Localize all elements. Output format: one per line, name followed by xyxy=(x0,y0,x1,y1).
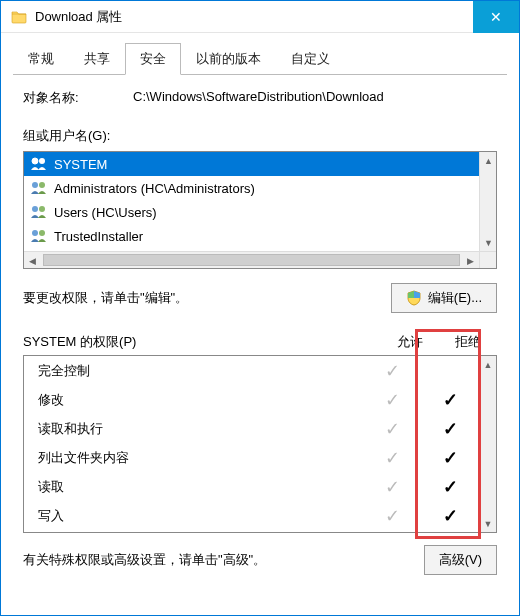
permission-row: 完全控制 ✓ xyxy=(24,356,479,385)
check-icon: ✓ xyxy=(443,448,458,468)
tab-strip: 常规 共享 安全 以前的版本 自定义 xyxy=(13,43,507,75)
permissions-for-label: SYSTEM 的权限(P) xyxy=(23,333,381,351)
allow-cell: ✓ xyxy=(363,418,421,440)
edit-button[interactable]: 编辑(E)... xyxy=(391,283,497,313)
advanced-button-label: 高级(V) xyxy=(439,551,482,569)
allow-cell: ✓ xyxy=(363,360,421,382)
scroll-track[interactable] xyxy=(480,373,496,515)
permission-row: 列出文件夹内容 ✓ ✓ xyxy=(24,443,479,472)
tab-sharing[interactable]: 共享 xyxy=(69,43,125,75)
allow-cell: ✓ xyxy=(363,476,421,498)
group-icon xyxy=(30,157,48,171)
tab-general[interactable]: 常规 xyxy=(13,43,69,75)
check-icon: ✓ xyxy=(385,390,400,410)
svg-point-3 xyxy=(39,182,45,188)
permission-name: 修改 xyxy=(38,391,363,409)
svg-point-2 xyxy=(32,182,38,188)
group-icon xyxy=(30,205,48,219)
list-item[interactable]: SYSTEM xyxy=(24,152,479,176)
list-item-label: Users (HC\Users) xyxy=(54,205,157,220)
deny-cell: ✓ xyxy=(421,389,479,411)
object-name-label: 对象名称: xyxy=(23,89,133,107)
list-item-label: TrustedInstaller xyxy=(54,229,143,244)
svg-point-6 xyxy=(32,230,38,236)
allow-cell: ✓ xyxy=(363,447,421,469)
permissions-listbox: 完全控制 ✓ 修改 ✓ ✓ 读取和执行 ✓ ✓ 列出文件夹内容 ✓ ✓ xyxy=(23,355,497,533)
group-icon xyxy=(30,181,48,195)
permission-name: 读取和执行 xyxy=(38,420,363,438)
check-icon: ✓ xyxy=(385,361,400,381)
list-item[interactable]: Users (HC\Users) xyxy=(24,200,479,224)
group-users-listbox[interactable]: SYSTEM Administrators (HC\Administrators… xyxy=(23,151,497,269)
check-icon: ✓ xyxy=(443,419,458,439)
allow-cell: ✓ xyxy=(363,389,421,411)
check-icon: ✓ xyxy=(385,506,400,526)
permission-row: 读取 ✓ ✓ xyxy=(24,472,479,501)
allow-column-header: 允许 xyxy=(381,333,439,351)
scroll-corner xyxy=(479,251,496,268)
scroll-down-icon[interactable]: ▼ xyxy=(480,234,497,251)
advanced-hint: 有关特殊权限或高级设置，请单击"高级"。 xyxy=(23,551,424,569)
group-icon xyxy=(30,229,48,243)
svg-point-4 xyxy=(32,206,38,212)
list-item[interactable]: TrustedInstaller xyxy=(24,224,479,248)
tab-security[interactable]: 安全 xyxy=(125,43,181,75)
svg-point-5 xyxy=(39,206,45,212)
object-name-value: C:\Windows\SoftwareDistribution\Download xyxy=(133,89,497,107)
deny-cell: ✓ xyxy=(421,505,479,527)
permission-name: 完全控制 xyxy=(38,362,363,380)
permission-row: 写入 ✓ ✓ xyxy=(24,501,479,530)
scroll-track[interactable] xyxy=(480,169,496,234)
tab-previous-versions[interactable]: 以前的版本 xyxy=(181,43,276,75)
properties-dialog: Download 属性 ✕ 常规 共享 安全 以前的版本 自定义 对象名称: C… xyxy=(0,0,520,616)
list-item-label: SYSTEM xyxy=(54,157,107,172)
check-icon: ✓ xyxy=(443,506,458,526)
svg-point-0 xyxy=(32,158,38,164)
horizontal-scrollbar[interactable]: ◀ ▶ xyxy=(24,251,479,268)
permission-row: 修改 ✓ ✓ xyxy=(24,385,479,414)
scroll-right-icon[interactable]: ▶ xyxy=(462,252,479,269)
edit-button-label: 编辑(E)... xyxy=(428,289,482,307)
vertical-scrollbar[interactable]: ▲ ▼ xyxy=(479,152,496,251)
permission-name: 写入 xyxy=(38,507,363,525)
permission-row: 读取和执行 ✓ ✓ xyxy=(24,414,479,443)
list-item[interactable]: Administrators (HC\Administrators) xyxy=(24,176,479,200)
scroll-left-icon[interactable]: ◀ xyxy=(24,252,41,269)
advanced-button[interactable]: 高级(V) xyxy=(424,545,497,575)
tab-content: 对象名称: C:\Windows\SoftwareDistribution\Do… xyxy=(1,75,519,575)
scroll-up-icon[interactable]: ▲ xyxy=(480,152,497,169)
close-button[interactable]: ✕ xyxy=(473,1,519,33)
titlebar: Download 属性 ✕ xyxy=(1,1,519,33)
deny-cell: ✓ xyxy=(421,418,479,440)
check-icon: ✓ xyxy=(385,419,400,439)
list-item-label: Administrators (HC\Administrators) xyxy=(54,181,255,196)
tab-customize[interactable]: 自定义 xyxy=(276,43,345,75)
svg-point-1 xyxy=(39,158,45,164)
check-icon: ✓ xyxy=(443,477,458,497)
permissions-header: SYSTEM 的权限(P) 允许 拒绝 xyxy=(23,333,497,351)
group-users-label: 组或用户名(G): xyxy=(23,127,497,145)
check-icon: ✓ xyxy=(385,448,400,468)
shield-icon xyxy=(406,290,422,306)
scroll-down-icon[interactable]: ▼ xyxy=(480,515,496,532)
deny-column-header: 拒绝 xyxy=(439,333,497,351)
advanced-row: 有关特殊权限或高级设置，请单击"高级"。 高级(V) xyxy=(23,545,497,575)
permission-name: 读取 xyxy=(38,478,363,496)
check-icon: ✓ xyxy=(443,390,458,410)
scroll-track[interactable] xyxy=(43,254,460,266)
scroll-up-icon[interactable]: ▲ xyxy=(480,356,496,373)
folder-icon xyxy=(11,9,27,25)
vertical-scrollbar[interactable]: ▲ ▼ xyxy=(479,356,496,532)
close-icon: ✕ xyxy=(490,9,502,25)
allow-cell: ✓ xyxy=(363,505,421,527)
permission-name: 列出文件夹内容 xyxy=(38,449,363,467)
deny-cell: ✓ xyxy=(421,447,479,469)
edit-row: 要更改权限，请单击"编辑"。 编辑(E)... xyxy=(23,283,497,313)
check-icon: ✓ xyxy=(385,477,400,497)
svg-point-7 xyxy=(39,230,45,236)
deny-cell: ✓ xyxy=(421,476,479,498)
edit-hint: 要更改权限，请单击"编辑"。 xyxy=(23,289,391,307)
object-row: 对象名称: C:\Windows\SoftwareDistribution\Do… xyxy=(23,89,497,107)
window-title: Download 属性 xyxy=(35,8,473,26)
